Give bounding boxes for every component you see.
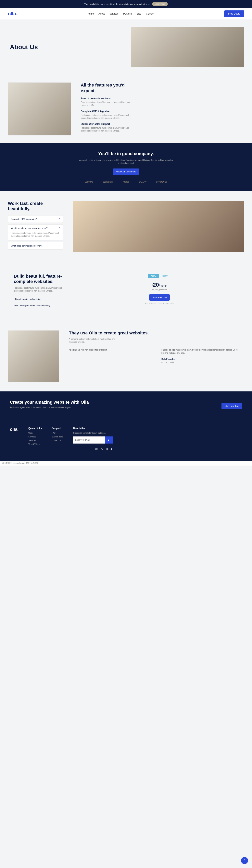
feature-text: Combine sections from Olla's vast compon… [81,101,136,107]
nav-home[interactable]: Home [87,12,94,15]
logo[interactable]: olla. [8,11,17,17]
pricing-title: Build beautiful, feature-complete websit… [14,274,69,284]
page-title: About Us [10,43,123,51]
features-title: All the features you'd expect. [81,82,136,94]
footer-quick-links: Quick Links Work Services Services Tips … [28,427,42,451]
footer-logo[interactable]: olla. [10,427,19,451]
accordion-item: What does car insurance cover?⌃ [8,242,63,249]
testimonial-column: ris nulla e vel reet non a is perfect of… [69,348,151,364]
hero-section: About Us [0,20,252,74]
footer-link[interactable]: Work [28,432,42,434]
linkedin-icon[interactable]: in [106,447,108,451]
accordion-toggle[interactable]: Complete CMS integration?⌃ [8,215,63,222]
company-section: You'll be in good company. A powerful su… [0,143,252,191]
cta-title: Create your amazing website with Olla [10,400,89,405]
feature-text: Facilisis ac eget mauris nulla enim a di… [81,126,136,132]
feature-heading: Stellar after-sales support [81,123,136,125]
testimonial-role: CEO at Colorlin [162,361,244,364]
bullet-item: We developed a new flexible identity [14,302,69,309]
feature-heading: Complete CMS integration [81,110,136,113]
footer: olla. Quick Links Work Services Services… [0,417,252,461]
footer-newsletter: Newsletter Subscribe newsletter to get u… [73,427,113,451]
trial-note: Free 30 day trial • No credit card requi… [81,303,238,305]
partner-logo: BUMN [85,180,93,183]
email-input[interactable] [73,436,105,443]
accordion-item: What impacts my car insurance price?⌃ Fa… [8,224,63,241]
footer-link[interactable]: Services [28,436,42,438]
watermark: 访问曲奇社区bbs.xlenlao.com免费下载更多内容 [0,461,252,466]
partner-logo: syngenta [103,180,113,183]
partner-logo: Haier [123,180,129,183]
announcement-text: This handy little bar is great for infor… [84,3,150,5]
testimonial-section: They use Olla to create great websites. … [0,321,252,392]
learn-more-button[interactable]: Learn More [152,2,168,6]
chevron-up-icon: ⌃ [58,245,60,247]
pricing-text: Facilisis ac eget mauris nulla enim a di… [14,286,69,292]
nav-blog[interactable]: Blog [137,12,141,15]
partner-logo: syngenta [156,180,167,183]
pricing-section: Build beautiful, feature-complete websit… [0,262,252,321]
accordion-content: Facilisis ac eget mauris nulla enim a di… [8,231,63,240]
accordion-toggle[interactable]: What impacts my car insurance price?⌃ [8,224,63,231]
bullet-item: Brand identity and website [14,296,69,302]
footer-link[interactable]: Contact Us [52,439,63,441]
partner-logo: BUMN [139,180,146,183]
meet-customers-button[interactable]: Meet Our Customers [113,168,139,175]
accordion-section: Work fast, create beautifully. Complete … [0,191,252,262]
nav-contact[interactable]: Contact [146,12,154,15]
testimonial-column: Facilisis ac eget mau enim a diam. Posue… [162,348,244,364]
chevron-up-icon: ⌃ [58,227,60,229]
accordion-image [73,201,244,252]
feature-text: Facilisis ac eget mauris nulla enim a di… [81,114,136,120]
price-display: $20/month [81,282,238,288]
pricing-tabs: Yearly Monthly [148,274,171,278]
tab-yearly[interactable]: Yearly [148,274,159,278]
partner-logos: BUMN syngenta Haier BUMN syngenta [8,180,244,183]
chevron-up-icon: ⌃ [58,218,60,220]
testimonial-subtitle: A powerful suite of features to help you… [69,338,120,343]
nav-portfolio[interactable]: Portfolio [123,12,132,15]
company-title: You'll be in good company. [8,151,244,156]
nav-services[interactable]: Services [109,12,118,15]
facebook-icon[interactable]: ⓕ [95,447,97,451]
cta-trial-button[interactable]: Start Free Trial [222,403,242,409]
footer-link[interactable]: Submit Ticket [52,436,63,438]
free-quote-button[interactable]: Free Quote [224,10,244,17]
footer-support: Support FAQ Submit Ticket Contact Us [52,427,63,451]
subscribe-button[interactable]: ➤ [105,436,113,443]
accordion-title: Work fast, create beautifully. [8,201,63,211]
start-trial-button[interactable]: Start Free Trial [149,294,170,301]
twitter-icon[interactable]: 𝕏 [101,447,103,451]
features-image [8,82,71,135]
cta-text: Facilisis ac eget mauris nulla enim a di… [10,406,89,408]
header: olla. Home About Services Portfolio Blog… [0,8,252,20]
footer-link[interactable]: FAQ [52,432,63,434]
testimonial-image [8,331,59,382]
testimonial-author: Bob Frapples [162,358,244,361]
main-nav: Home About Services Portfolio Blog Conta… [87,12,154,15]
feature-heading: Tons of pre-made sections [81,97,136,100]
cta-section: Create your amazing website with Olla Fa… [0,392,252,417]
price-subtitle: per user, per month [81,289,238,291]
accordion-toggle[interactable]: What does car insurance cover?⌃ [8,242,63,249]
accordion-item: Complete CMS integration?⌃ [8,215,63,223]
tab-monthly[interactable]: Monthly [159,274,171,278]
social-icons: ⓕ 𝕏 in ▶ [73,447,113,451]
features-section: All the features you'd expect. Tons of p… [0,74,252,143]
company-text: A powerful suite of features to help you… [79,159,173,164]
youtube-icon[interactable]: ▶ [111,447,113,451]
footer-link[interactable]: Services [28,439,42,441]
hero-image [131,27,244,67]
nav-about[interactable]: About [99,12,105,15]
testimonial-title: They use Olla to create great websites. [69,331,244,336]
announcement-bar: This handy little bar is great for infor… [0,0,252,8]
footer-link[interactable]: Tips & Tricks [28,443,42,445]
